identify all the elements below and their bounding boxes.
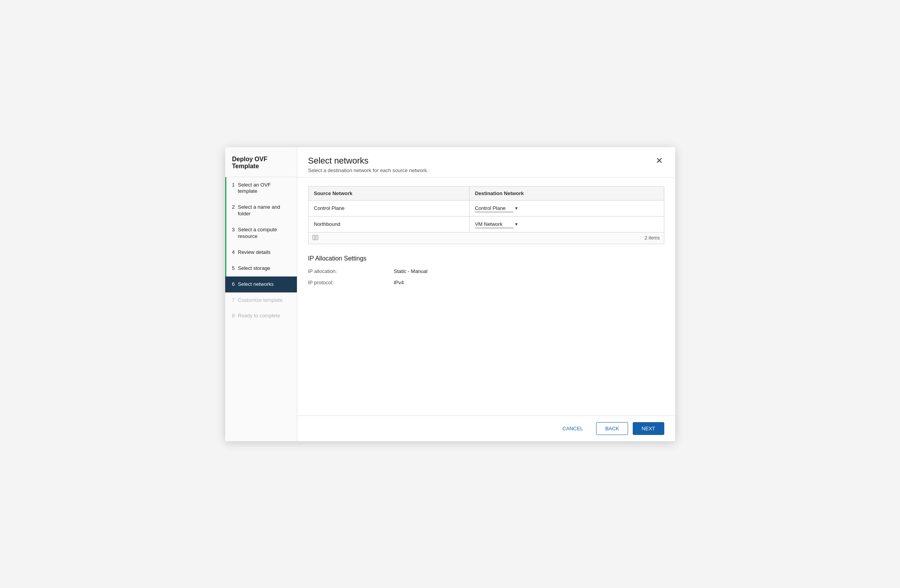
main-content: Select networks Select a destination net… <box>297 147 675 441</box>
ip-section-title: IP Allocation Settings <box>308 255 664 262</box>
step-num-2: 2 <box>226 204 238 210</box>
step-num-1: 1 <box>226 182 238 188</box>
page-title: Select networks <box>308 156 429 166</box>
step-label-4: Review details <box>238 249 271 256</box>
dest-network-cell-2: VM Network Control Plane <box>469 216 664 232</box>
header-left: Select networks Select a destination net… <box>308 156 429 173</box>
columns-icon-area <box>312 235 319 241</box>
modal-body: Deploy OVF Template 1 Select an OVF temp… <box>225 147 675 441</box>
dest-network-cell-1: Control Plane VM Network <box>469 200 664 216</box>
step-num-4: 4 <box>226 249 238 255</box>
modal: Deploy OVF Template 1 Select an OVF temp… <box>225 147 675 441</box>
main-header: Select networks Select a destination net… <box>297 147 675 178</box>
ip-allocation-row: IP allocation: Static - Manual <box>308 268 664 274</box>
dest-network-select-2[interactable]: VM Network Control Plane <box>475 220 514 228</box>
ip-protocol-row: IP protocol: IPv4 <box>308 280 664 285</box>
svg-rect-0 <box>313 235 315 240</box>
cancel-button[interactable]: CANCEL <box>554 423 592 435</box>
step-num-8: 8 <box>226 313 238 319</box>
table-footer: 2 items <box>308 232 664 244</box>
col-dest-header: Destination Network <box>469 186 664 200</box>
col-source-header: Source Network <box>308 186 469 200</box>
sidebar-item-2[interactable]: 2 Select a name and folder <box>225 199 297 222</box>
close-button[interactable]: ✕ <box>654 156 664 166</box>
sidebar-item-6[interactable]: 6 Select networks <box>225 276 297 292</box>
ip-protocol-label: IP protocol: <box>308 280 394 285</box>
modal-footer: CANCEL BACK NEXT <box>297 415 675 441</box>
dest-select-wrapper-1[interactable]: Control Plane VM Network <box>475 204 518 212</box>
columns-icon <box>312 235 319 241</box>
network-table: Source Network Destination Network Contr… <box>308 186 664 232</box>
sidebar-item-4[interactable]: 4 Review details <box>225 245 297 261</box>
main-scroll: Source Network Destination Network Contr… <box>297 178 675 415</box>
next-button[interactable]: NEXT <box>633 422 664 435</box>
back-button[interactable]: BACK <box>596 422 628 435</box>
sidebar-item-7: 7 Customize template <box>225 292 297 308</box>
source-network-2: Northbound <box>308 216 469 232</box>
dest-network-select-1[interactable]: Control Plane VM Network <box>475 204 514 212</box>
sidebar-nav: 1 Select an OVF template 2 Select a name… <box>225 177 297 324</box>
step-num-3: 3 <box>226 227 238 232</box>
sidebar: Deploy OVF Template 1 Select an OVF temp… <box>225 147 297 441</box>
table-row: Northbound VM Network Control Plane <box>308 216 664 232</box>
step-label-8: Ready to complete <box>238 313 280 319</box>
step-label-1: Select an OVF template <box>238 182 291 195</box>
step-label-6: Select networks <box>238 281 274 288</box>
ip-allocation-value: Static - Manual <box>394 268 428 274</box>
ip-allocation-label: IP allocation: <box>308 268 394 274</box>
app-title: Deploy OVF Template <box>225 147 297 177</box>
step-num-7: 7 <box>226 297 238 303</box>
sidebar-item-3[interactable]: 3 Select a compute resource <box>225 222 297 245</box>
sidebar-item-5[interactable]: 5 Select storage <box>225 261 297 276</box>
step-label-3: Select a compute resource <box>238 227 291 240</box>
page-subtitle: Select a destination network for each so… <box>308 167 429 173</box>
sidebar-item-1[interactable]: 1 Select an OVF template <box>225 177 297 200</box>
svg-rect-1 <box>316 235 318 240</box>
sidebar-item-8: 8 Ready to complete <box>225 308 297 324</box>
step-num-6: 6 <box>226 281 238 287</box>
items-count: 2 items <box>645 235 660 241</box>
source-network-1: Control Plane <box>308 200 469 216</box>
step-label-5: Select storage <box>238 265 270 272</box>
dest-select-wrapper-2[interactable]: VM Network Control Plane <box>475 220 518 228</box>
table-row: Control Plane Control Plane VM Network <box>308 200 664 216</box>
step-label-7: Customize template <box>238 297 283 304</box>
step-label-2: Select a name and folder <box>238 204 291 217</box>
ip-protocol-value: IPv4 <box>394 280 404 285</box>
step-num-5: 5 <box>226 265 238 271</box>
